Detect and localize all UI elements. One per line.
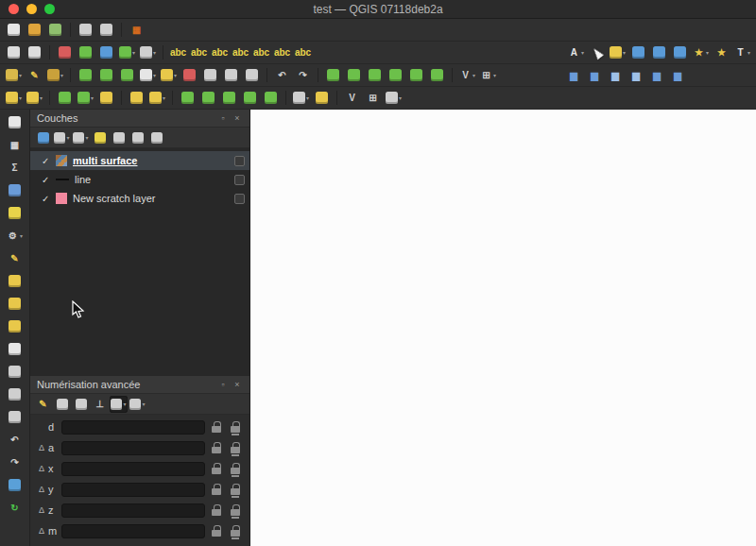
snap-to-common-angles-icon[interactable] [110,396,128,413]
parallel-constraint-icon[interactable] [72,396,90,413]
manage-map-themes-icon[interactable] [72,129,90,146]
save-edits-icon[interactable] [45,65,65,85]
lock-constraint-button[interactable] [209,461,224,476]
change-label-icon[interactable]: abc [293,43,313,62]
undo-arrow-icon[interactable]: ↶ [4,430,26,450]
save-project-icon[interactable] [45,20,65,40]
move-label-icon[interactable]: abc [251,43,271,62]
scale-feature-icon[interactable] [96,88,116,108]
layer-diagram-icon[interactable]: abc [189,43,209,62]
vertex-tool-icon[interactable] [138,65,158,85]
current-edits-icon[interactable] [4,65,24,85]
temporal-controller-icon[interactable] [4,475,26,495]
move-feature2-icon[interactable] [127,88,146,108]
select-by-value-icon[interactable] [628,43,648,62]
layer-visibility-checkbox[interactable]: ✓ [42,175,50,185]
paste-features-icon[interactable] [242,65,262,85]
toggle-editing-icon[interactable]: ✎ [25,65,44,85]
layer-labeling-icon[interactable]: abc [168,43,188,62]
rotate-label-icon[interactable]: abc [272,43,292,62]
open-layer-styling-icon[interactable] [34,129,52,146]
delta-toggle-icon[interactable]: Δ [37,526,44,536]
add-line-feature-icon[interactable] [96,65,116,85]
filter-legend-expression-icon[interactable] [91,129,109,146]
lock-constraint-button[interactable] [209,503,224,518]
offset-curve-icon[interactable] [427,65,447,85]
edit-pencil-icon[interactable]: ✎ [4,248,26,268]
open-project-icon[interactable] [25,20,44,40]
new-3d-map-view-icon[interactable] [76,43,95,62]
annotation-icon[interactable] [4,316,26,336]
filter-legend-icon[interactable] [53,129,71,146]
select-features-icon[interactable] [608,43,627,62]
repeating-lock-button[interactable] [228,461,243,476]
collapse-all-icon[interactable] [129,129,146,146]
show-bookmarks-icon[interactable]: ★ [712,43,731,62]
pan-map-icon[interactable] [4,43,24,62]
measure-adv-icon[interactable] [291,88,311,108]
text-annotation-icon[interactable]: T [732,43,752,62]
float-panel-icon[interactable]: ▫ [217,379,229,390]
measure-icon[interactable] [138,43,158,62]
repeating-lock-button[interactable] [228,419,243,435]
invert-selection-icon[interactable] [670,43,690,62]
constraint-value-input[interactable] [61,483,205,497]
grid-plus-icon[interactable]: ⊞ [363,88,383,108]
enable-advanced-digitizing-icon[interactable] [4,88,24,108]
statistics-icon[interactable]: Σ [4,158,26,178]
increase-brightness-icon[interactable]: ▆ [606,65,626,85]
merge-features-icon[interactable] [240,88,260,108]
repeating-lock-button[interactable] [228,503,243,518]
floater-icon[interactable] [129,396,146,413]
cut-features-icon[interactable] [200,65,220,85]
memory-layer-indicator-icon[interactable] [234,194,245,204]
digitize-shape-icon[interactable] [4,294,26,314]
fill-ring-icon[interactable] [406,65,426,85]
layer-item-multi-surface[interactable]: ✓ multi surface [30,151,249,170]
lock-constraint-button[interactable] [209,482,224,497]
layer-visibility-checkbox[interactable]: ✓ [42,194,50,204]
delta-toggle-icon[interactable]: Δ [37,464,44,473]
move-feature-copy-icon[interactable] [25,88,44,108]
options-gear-icon[interactable]: ⚙ [4,226,26,246]
reshape-features-icon[interactable] [178,88,198,108]
vertex-symbol-icon[interactable]: V [342,88,362,108]
run-feature-action-icon[interactable] [117,43,137,62]
zoom-full-icon[interactable] [25,43,44,62]
copy-features-icon[interactable] [221,65,241,85]
move-annotation-icon[interactable] [4,339,26,359]
select-tool-cursor-icon[interactable] [587,43,607,62]
memory-layer-indicator-icon[interactable] [234,175,245,185]
add-point-feature-icon[interactable] [76,65,95,85]
new-project-icon[interactable] [4,20,24,40]
close-panel-icon[interactable]: × [232,379,243,390]
layer-item-new-scratch-layer[interactable]: ✓ New scratch layer [30,189,249,208]
highlight-labels-icon[interactable]: abc [231,43,250,62]
perpendicular-constraint-icon[interactable]: ⊥ [91,396,109,413]
browser-grid-icon[interactable]: ▦ [4,135,26,155]
lock-constraint-button[interactable] [209,523,224,538]
add-feature-icon[interactable] [4,271,26,291]
show-layout-manager-icon[interactable] [96,20,116,40]
clipboard-icon[interactable] [4,407,26,427]
float-panel-icon[interactable]: ▫ [217,112,229,124]
refresh-map-icon[interactable]: ↻ [4,498,26,518]
delta-toggle-icon[interactable]: Δ [37,443,44,452]
enable-advanced-digitizing-icon[interactable]: ✎ [34,396,52,413]
repeating-lock-button[interactable] [228,440,243,455]
offset-point-symbol-icon[interactable] [312,88,332,108]
new-print-layout-icon[interactable] [76,20,95,40]
memory-layer-indicator-icon[interactable] [234,156,245,166]
add-ring-icon[interactable] [365,65,385,85]
trim-extend-icon[interactable] [384,88,404,108]
new-bookmark-icon[interactable]: ★ [691,43,711,62]
deselect-all-icon[interactable] [649,43,669,62]
add-polygon-feature-icon[interactable] [117,65,137,85]
pin-labels-icon[interactable]: abc [210,43,230,62]
lock-constraint-button[interactable] [209,440,224,455]
svg-annotation-icon[interactable] [4,384,26,404]
vertex-editor-icon[interactable]: V [457,65,477,85]
undo-icon[interactable]: ↶ [272,65,292,85]
constraint-value-input[interactable] [61,462,205,476]
style-manager-icon[interactable]: ▦ [127,20,146,40]
